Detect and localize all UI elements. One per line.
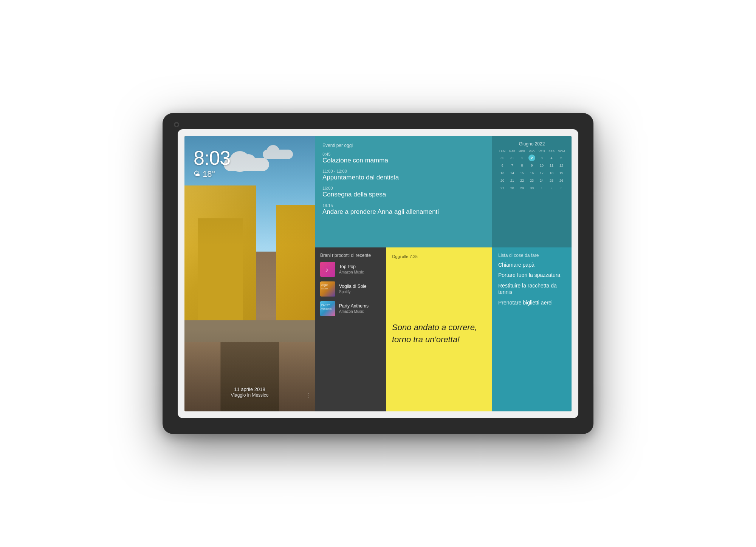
cal-day-30: 30 — [528, 185, 535, 192]
voglia-thumb-art: Voglia di Sole — [320, 281, 335, 297]
todo-item-0: Chiamare papà — [498, 262, 565, 269]
cal-week-0: 30 31 1 2 3 4 5 — [497, 155, 566, 161]
cal-day-26: 26 — [558, 177, 565, 184]
cal-day-14: 14 — [509, 170, 516, 176]
calendar-header-row: LUN MAR MER GIO VEN SAB DOM — [497, 150, 566, 153]
cal-day-29: 29 — [519, 185, 525, 192]
music-thumb-voglia: Voglia di Sole — [320, 281, 335, 297]
photo-menu-button[interactable]: ⋮ — [305, 392, 311, 399]
music-source-2: Amazon Music — [339, 309, 369, 314]
events-widget-title: Eventi per oggi — [322, 143, 485, 148]
event-item-3: 19:15 Andare a prendere Anna agli allena… — [322, 203, 485, 216]
calendar-grid: LUN MAR MER GIO VEN SAB DOM 30 — [497, 150, 566, 192]
todo-item-2: Restituire la racchetta da tennis — [498, 283, 565, 296]
cal-day-18: 18 — [548, 170, 555, 176]
cal-header-dom: DOM — [556, 150, 566, 153]
photo-panel: 8:03 🌤 18° 11 aprile 2018 Viaggio in Mes… — [184, 136, 315, 411]
svg-text:di Sole: di Sole — [321, 287, 328, 290]
music-note-icon: ♪ — [324, 265, 332, 274]
cal-day-6: 6 — [499, 162, 506, 169]
music-thumb-party: PARTY ANTHEMS — [320, 301, 335, 316]
cal-day-25: 25 — [548, 177, 555, 184]
cal-day-4: 4 — [548, 155, 555, 161]
caption-date: 11 aprile 2018 — [184, 386, 315, 392]
cal-day-1-next: 1 — [538, 185, 545, 192]
music-info-1: Voglia di Sole Spotify — [339, 284, 367, 294]
todo-item-1: Portare fuori la spazzatura — [498, 272, 565, 279]
note-widget: Oggi alle 7:35 Sono andato a correre, to… — [386, 247, 492, 411]
music-thumb-top-pop: ♪ — [320, 262, 335, 277]
svg-text:PARTY: PARTY — [321, 304, 330, 306]
time-weather-overlay: 8:03 🌤 18° — [194, 148, 230, 179]
music-info-2: Party Anthems Amazon Music — [339, 303, 369, 313]
device-shell: 8:03 🌤 18° 11 aprile 2018 Viaggio in Mes… — [163, 113, 593, 434]
time-display: 8:03 — [194, 148, 230, 168]
music-title-2: Party Anthems — [339, 303, 369, 309]
todo-widget: Lista di cose da fare Chiamare papà Port… — [492, 247, 572, 411]
music-widget-title: Brani riprodotti di recente — [320, 253, 381, 258]
cal-week-1: 6 7 8 9 10 11 12 — [497, 162, 566, 169]
music-widget: Brani riprodotti di recente ♪ — [315, 247, 386, 411]
event-name-2: Consegna della spesa — [322, 191, 485, 198]
party-thumb-art: PARTY ANTHEMS — [320, 301, 335, 316]
todo-widget-title: Lista di cose da fare — [498, 253, 565, 258]
event-name-1: Appuntamento dal dentista — [322, 174, 485, 181]
note-header: Oggi alle 7:35 — [392, 254, 486, 259]
cal-day-7: 7 — [509, 162, 516, 169]
cal-day-27: 27 — [499, 185, 506, 192]
event-time-2: 16:00 — [322, 186, 485, 190]
events-widget: Eventi per oggi 8:45 Colazione con mamma… — [315, 136, 492, 247]
cal-day-10: 10 — [538, 162, 545, 169]
cal-day-21: 21 — [509, 177, 516, 184]
cal-header-ven: VEN — [537, 150, 547, 153]
event-time-0: 8:45 — [322, 152, 485, 156]
weather-row: 🌤 18° — [194, 169, 230, 179]
cal-day-11: 11 — [548, 162, 555, 169]
thumb-inner-top-pop: ♪ — [320, 262, 335, 277]
calendar-widget: Giugno 2022 LUN MAR MER GIO VEN SAB DOM — [492, 136, 572, 247]
cal-day-1: 1 — [519, 155, 525, 161]
device-bezel: 8:03 🌤 18° 11 aprile 2018 Viaggio in Mes… — [178, 129, 578, 418]
weather-icon: 🌤 — [194, 170, 200, 178]
calendar-month-title: Giugno 2022 — [497, 141, 566, 147]
cal-day-19: 19 — [558, 170, 565, 176]
cal-day-22: 22 — [519, 177, 525, 184]
cal-week-3: 20 21 22 23 24 25 26 — [497, 177, 566, 184]
event-item-2: 16:00 Consegna della spesa — [322, 186, 485, 198]
cal-header-lun: LUN — [497, 150, 507, 153]
cal-day-8: 8 — [519, 162, 525, 169]
cal-day-24: 24 — [538, 177, 545, 184]
cal-day-9: 9 — [528, 162, 535, 169]
event-time-1: 11:00 - 12:00 — [322, 169, 485, 173]
note-content: Sono andato a correre, torno tra un'oret… — [392, 263, 486, 405]
music-source-0: Amazon Music — [339, 270, 364, 274]
event-item-0: 8:45 Colazione con mamma — [322, 152, 485, 164]
cal-day-30-prev: 30 — [499, 155, 506, 161]
music-source-1: Spotify — [339, 290, 367, 294]
cal-header-mer: MER — [517, 150, 527, 153]
music-title-1: Voglia di Sole — [339, 284, 367, 289]
cal-day-31-prev: 31 — [509, 155, 516, 161]
screen: 8:03 🌤 18° 11 aprile 2018 Viaggio in Mes… — [184, 136, 572, 411]
music-item-0[interactable]: ♪ Top Pop Amazon Music — [320, 262, 381, 277]
cal-day-3: 3 — [538, 155, 545, 161]
music-item-1[interactable]: Voglia di Sole Voglia di Sole Spotify — [320, 281, 381, 297]
cal-day-2-today[interactable]: 2 — [528, 155, 535, 161]
cal-day-2-next: 2 — [548, 185, 555, 192]
cal-day-12: 12 — [558, 162, 565, 169]
photo-caption: 11 aprile 2018 Viaggio in Messico — [184, 386, 315, 398]
cal-day-16: 16 — [528, 170, 535, 176]
bottom-row: Brani riprodotti di recente ♪ — [315, 247, 572, 411]
cal-day-15: 15 — [519, 170, 525, 176]
cal-week-2: 13 14 15 16 17 18 19 — [497, 170, 566, 176]
cal-header-sab: SAB — [547, 150, 556, 153]
top-row: Eventi per oggi 8:45 Colazione con mamma… — [315, 136, 572, 247]
music-item-2[interactable]: PARTY ANTHEMS Party Anthems Amazon Music — [320, 301, 381, 316]
cal-day-20: 20 — [499, 177, 506, 184]
svg-text:♪: ♪ — [325, 266, 328, 274]
caption-place: Viaggio in Messico — [184, 392, 315, 398]
event-item-1: 11:00 - 12:00 Appuntamento dal dentista — [322, 169, 485, 181]
cal-day-17: 17 — [538, 170, 545, 176]
event-name-0: Colazione con mamma — [322, 157, 485, 164]
cal-day-3-next: 3 — [558, 185, 565, 192]
